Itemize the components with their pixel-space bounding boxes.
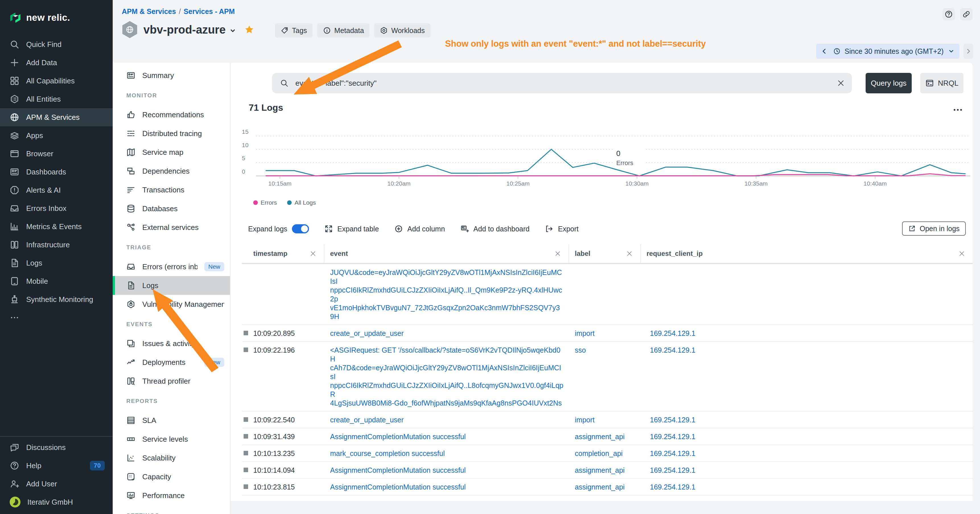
favorite-star-icon[interactable] (245, 25, 254, 35)
add-column-button[interactable]: Add column (395, 224, 445, 233)
sidebar-item-logs[interactable]: Logs (0, 254, 113, 272)
log-ip-link[interactable]: 169.254.129.1 (650, 500, 695, 501)
subnav-item-logs[interactable]: Logs (113, 276, 230, 295)
log-ip-link[interactable]: 169.254.129.1 (650, 449, 695, 457)
log-query-input[interactable] (294, 78, 831, 88)
more-options-icon[interactable] (952, 104, 964, 116)
time-picker[interactable]: Since 30 minutes ago (GMT+2) (816, 44, 959, 59)
log-row[interactable]: 10:10:35.305 AssignmentCompletionMutatio… (242, 495, 973, 501)
subnav-item-errors-errors-inb-[interactable]: Errors (errors inb... New (113, 257, 230, 276)
new-relic-logo[interactable]: new relic. (0, 0, 113, 27)
sidebar-footer-discussions[interactable]: Discussions (0, 438, 113, 457)
log-event-link[interactable]: AssignmentCompletionMutation successful (330, 433, 466, 441)
log-row[interactable]: JUQVU&code=eyJraWQiOiJjcGltY29yZV8wOTl1M… (242, 264, 973, 325)
metadata-button[interactable]: Metadata (317, 23, 370, 38)
add-to-dashboard-button[interactable]: Add to dashboard (460, 224, 530, 233)
subnav-item-performance[interactable]: Performance (113, 486, 230, 505)
log-label-link[interactable]: completion_api (575, 449, 623, 457)
time-next-chevron-button[interactable] (964, 44, 973, 59)
sidebar-item-alerts-ai[interactable]: Alerts & AI (0, 181, 113, 199)
sidebar-item-apps[interactable]: Apps (0, 126, 113, 145)
sidebar-item-apm-services[interactable]: APM & Services (0, 108, 113, 126)
log-row[interactable]: 10:09:20.895 create_or_update_user impor… (242, 325, 973, 342)
log-row[interactable]: 10:09:22.540 create_or_update_user impor… (242, 412, 973, 428)
help-button[interactable] (942, 8, 955, 21)
workloads-button[interactable]: Workloads (374, 23, 431, 38)
log-row[interactable]: 10:09:22.196 <ASGIRequest: GET '/sso/cal… (242, 342, 973, 412)
log-ip-link[interactable]: 169.254.129.1 (650, 346, 695, 354)
expand-logs-toggle[interactable] (292, 224, 309, 233)
title-chevron-down-icon[interactable] (229, 27, 237, 35)
logs-timeseries-chart[interactable]: 15105010:15am10:20am10:25am10:30am10:35a… (242, 126, 973, 196)
log-ip-link[interactable]: 169.254.129.1 (650, 329, 695, 337)
time-previous-chevron-icon[interactable] (821, 48, 828, 55)
column-header-timestamp[interactable]: timestamp (242, 244, 325, 263)
subnav-item-transactions[interactable]: Transactions (113, 180, 230, 199)
sidebar-item-all-capabilities[interactable]: All Capabilities (0, 72, 113, 90)
clear-search-icon[interactable] (837, 79, 845, 88)
legend-all-logs[interactable]: All Logs (287, 199, 316, 206)
sidebar-item-mobile[interactable]: Mobile (0, 272, 113, 290)
log-event-link[interactable]: AssignmentCompletionMutation successful (330, 483, 466, 491)
sidebar-item-quick-find[interactable]: Quick Find (0, 35, 113, 54)
subnav-item-databases[interactable]: Databases (113, 199, 230, 218)
log-ip-link[interactable]: 169.254.129.1 (650, 416, 695, 424)
tags-button[interactable]: Tags (275, 23, 313, 38)
open-in-logs-button[interactable]: Open in logs (902, 221, 966, 236)
sidebar-item-errors-inbox[interactable]: Errors Inbox (0, 199, 113, 218)
log-event-link[interactable]: create_or_update_user (330, 416, 404, 424)
log-label-link[interactable]: assignment_api (575, 500, 625, 501)
log-row[interactable]: 10:10:13.235 mark_course_completion succ… (242, 445, 973, 462)
subnav-item-scalability[interactable]: Scalability (113, 449, 230, 467)
subnav-item-service-levels[interactable]: Service levels (113, 430, 230, 449)
sidebar-item-all-entities[interactable]: All Entities (0, 90, 113, 108)
sidebar-footer-iterativ-gmbh[interactable]: Iterativ GmbH (0, 493, 113, 511)
sidebar-item-infrastructure[interactable]: Infrastructure (0, 236, 113, 254)
legend-errors[interactable]: Errors (253, 199, 277, 206)
sidebar-item-browser[interactable]: Browser (0, 145, 113, 163)
subnav-item-deployments[interactable]: Deployments New (113, 353, 230, 372)
subnav-item-distributed-tracing[interactable]: Distributed tracing (113, 124, 230, 143)
log-ip-link[interactable]: 169.254.129.1 (650, 483, 695, 491)
log-label-link[interactable]: assignment_api (575, 466, 625, 474)
log-label-link[interactable]: sso (575, 346, 586, 354)
expand-table-button[interactable]: Expand table (325, 224, 379, 233)
nrql-button[interactable]: NRQL (920, 73, 964, 93)
sidebar-footer-add-user[interactable]: Add User (0, 475, 113, 493)
sidebar-item-add-data[interactable]: Add Data (0, 54, 113, 72)
log-event-link[interactable]: AssignmentCompletionMutation successful (330, 466, 466, 474)
subnav-item-service-map[interactable]: Service map (113, 143, 230, 162)
subnav-item-vulnerability-management[interactable]: Vulnerability Management (113, 295, 230, 313)
subnav-item-external-services[interactable]: External services (113, 218, 230, 237)
log-event-link[interactable]: create_or_update_user (330, 329, 404, 337)
subnav-item-issues-activity[interactable]: Issues & activity (113, 334, 230, 353)
log-row[interactable]: 10:10:14.094 AssignmentCompletionMutatio… (242, 462, 973, 479)
log-event-link[interactable]: JUQVU&code=eyJraWQiOiJjcGltY29yZV8wOTl1M… (330, 268, 562, 320)
export-button[interactable]: Export (545, 224, 579, 233)
sidebar-item-metrics-events[interactable]: Metrics & Events (0, 218, 113, 236)
query-logs-button[interactable]: Query logs (865, 73, 912, 93)
log-label-link[interactable]: assignment_api (575, 433, 625, 441)
subnav-item-summary[interactable]: Summary (113, 66, 230, 85)
subnav-item-thread-profiler[interactable]: Thread profiler (113, 372, 230, 390)
log-event-link[interactable]: <ASGIRequest: GET '/sso/callback/?state=… (330, 346, 563, 407)
log-event-link[interactable]: AssignmentCompletionMutation successful (330, 500, 466, 501)
breadcrumb-apm-services[interactable]: APM & Services (122, 7, 176, 15)
subnav-item-sla[interactable]: SLA (113, 411, 230, 430)
sidebar-item-more[interactable] (0, 309, 113, 327)
log-label-link[interactable]: import (575, 329, 595, 337)
sidebar-item-dashboards[interactable]: Dashboards (0, 163, 113, 181)
log-search-bar[interactable] (272, 73, 852, 93)
log-label-link[interactable]: assignment_api (575, 483, 625, 491)
log-event-link[interactable]: mark_course_completion successful (330, 449, 445, 457)
log-row[interactable]: 10:10:23.815 AssignmentCompletionMutatio… (242, 479, 973, 495)
subnav-item-capacity[interactable]: Capacity (113, 467, 230, 486)
log-label-link[interactable]: import (575, 416, 595, 424)
log-ip-link[interactable]: 169.254.129.1 (650, 433, 695, 441)
breadcrumb-services-apm[interactable]: Services - APM (183, 7, 235, 15)
column-header-request_client_ip[interactable]: request_client_ip (641, 244, 973, 263)
subnav-item-recommendations[interactable]: Recommendations (113, 105, 230, 124)
sidebar-footer-help[interactable]: Help 70 (0, 457, 113, 475)
column-header-event[interactable]: event (325, 244, 569, 263)
column-header-label[interactable]: label (569, 244, 641, 263)
